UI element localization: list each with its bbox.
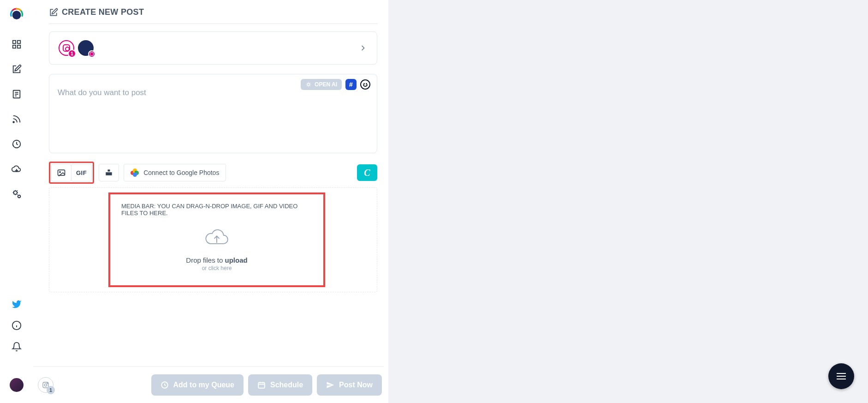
google-photos-button[interactable]: Connect to Google Photos: [124, 164, 226, 181]
svg-rect-1: [13, 41, 16, 43]
emoji-button[interactable]: [360, 79, 370, 90]
svg-point-22: [44, 384, 47, 386]
composer[interactable]: OPEN AI # What do you want to post: [49, 74, 377, 153]
page-title: CREATE NEW POST: [62, 7, 144, 17]
svg-point-16: [308, 84, 310, 86]
composer-tools: OPEN AI #: [301, 79, 370, 90]
sidebar-bottom: [11, 299, 22, 352]
info-icon[interactable]: [11, 320, 22, 331]
edit-icon: [49, 8, 58, 17]
recycle-icon[interactable]: [11, 138, 22, 150]
send-icon: [326, 381, 334, 389]
gif-button[interactable]: GIF: [71, 164, 92, 181]
schedule-button[interactable]: Schedule: [248, 374, 312, 396]
accounts-selector[interactable]: 1: [49, 31, 377, 65]
svg-rect-4: [18, 45, 20, 48]
document-icon[interactable]: [11, 89, 22, 100]
image-icon: [57, 168, 66, 177]
library-button[interactable]: [99, 164, 119, 181]
dropzone-line2: or click here: [202, 265, 232, 271]
app-logo[interactable]: [9, 6, 24, 22]
google-photos-label: Connect to Google Photos: [143, 169, 219, 176]
media-dropzone[interactable]: MEDIA BAR: YOU CAN DRAG-N-DROP IMAGE, GI…: [49, 187, 377, 292]
image-gif-group-highlight: GIF: [49, 162, 94, 184]
twitter-icon[interactable]: [11, 299, 22, 310]
account-instagram-outline[interactable]: 1: [59, 40, 74, 56]
post-now-button[interactable]: Post Now: [317, 374, 382, 396]
main-column: CREATE NEW POST 1 OPEN AI # What do you …: [33, 0, 388, 403]
svg-point-0: [12, 11, 21, 19]
dropzone-headline: MEDIA BAR: YOU CAN DRAG-N-DROP IMAGE, GI…: [121, 203, 312, 217]
open-ai-button[interactable]: OPEN AI: [301, 79, 342, 90]
menu-fab[interactable]: [828, 363, 854, 389]
image-upload-button[interactable]: [51, 164, 71, 181]
open-ai-label: OPEN AI: [315, 81, 337, 88]
account-instagram-filled[interactable]: [78, 40, 94, 56]
settings-icon[interactable]: [11, 188, 22, 199]
svg-rect-25: [258, 382, 265, 388]
bell-icon[interactable]: [11, 341, 22, 352]
cloud-upload-icon: [203, 228, 231, 248]
sidebar: [0, 0, 33, 403]
dropzone-line1: Drop files to upload: [186, 256, 247, 264]
svg-point-12: [18, 195, 21, 198]
chevron-right-icon[interactable]: [358, 43, 368, 53]
user-avatar[interactable]: [10, 378, 24, 392]
nav-icons: [11, 39, 22, 199]
svg-rect-3: [13, 45, 16, 48]
footer-bar: 1 Add to my Queue Schedule Post Now: [33, 366, 384, 403]
instagram-badge-icon: [88, 50, 95, 58]
svg-point-23: [47, 383, 48, 383]
compose-icon[interactable]: [11, 64, 22, 75]
queue-icon: [161, 381, 169, 389]
library-icon: [104, 168, 113, 177]
svg-point-18: [59, 172, 61, 173]
account-avatars: 1: [59, 40, 94, 56]
dropzone-highlight: MEDIA BAR: YOU CAN DRAG-N-DROP IMAGE, GI…: [108, 192, 325, 287]
page-header: CREATE NEW POST: [49, 7, 377, 24]
google-photos-icon: [131, 168, 139, 177]
svg-rect-2: [18, 41, 20, 43]
svg-rect-17: [58, 170, 65, 175]
footer-buttons: Add to my Queue Schedule Post Now: [151, 374, 384, 396]
cloud-download-icon[interactable]: [11, 163, 22, 174]
add-to-queue-button[interactable]: Add to my Queue: [151, 374, 244, 396]
footer-instagram-count: 1: [47, 386, 55, 394]
svg-point-9: [13, 121, 14, 123]
account-count-badge: 1: [68, 49, 76, 58]
rss-icon[interactable]: [11, 114, 22, 125]
svg-rect-19: [108, 169, 110, 171]
footer-instagram-avatar[interactable]: 1: [38, 377, 54, 393]
calendar-icon: [257, 381, 266, 389]
media-toolbar: GIF Connect to Google Photos C: [49, 162, 377, 184]
openai-icon: [305, 81, 312, 88]
dashboard-icon[interactable]: [11, 39, 22, 50]
hashtag-button[interactable]: #: [345, 79, 357, 90]
gif-label: GIF: [76, 169, 87, 176]
svg-rect-20: [106, 172, 112, 175]
hamburger-icon: [837, 376, 846, 377]
canva-button[interactable]: C: [357, 164, 377, 181]
right-preview-pane: [388, 0, 868, 403]
